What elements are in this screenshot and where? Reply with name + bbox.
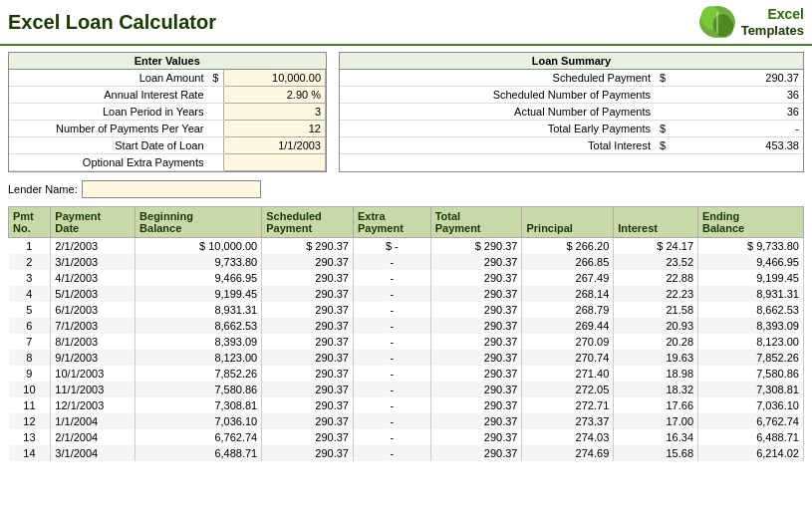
summary-row-scheduled-payment: Scheduled Payment $ 290.37: [340, 70, 803, 87]
logo-excel: Excel: [741, 6, 804, 23]
logo-templates: Templates: [741, 23, 804, 39]
sched-num-label: Scheduled Number of Payments: [340, 87, 655, 104]
loan-period-value[interactable]: 3: [224, 104, 326, 121]
extra-payments-dollar: [208, 154, 224, 171]
input-row-extra-payments: Optional Extra Payments: [9, 154, 326, 171]
start-date-dollar: [208, 137, 224, 154]
early-payments-dollar: $: [655, 121, 671, 137]
summary-section-header: Loan Summary: [340, 53, 803, 70]
col-header-extra-payment: ExtraPayment: [354, 207, 431, 238]
num-payments-value[interactable]: 12: [224, 121, 326, 137]
table-row: 1112/1/20037,308.81290.37-290.37272.7117…: [9, 397, 804, 413]
input-row-num-payments: Number of Payments Per Year 12: [9, 121, 326, 137]
actual-num-label: Actual Number of Payments: [340, 104, 655, 121]
lender-input[interactable]: [82, 180, 261, 198]
table-row: 56/1/20038,931.31290.37-290.37268.7921.5…: [9, 302, 804, 318]
total-interest-label: Total Interest: [340, 137, 655, 154]
start-date-label: Start Date of Loan: [9, 137, 208, 154]
payment-table: PmtNo. PaymentDate BeginningBalance Sche…: [8, 206, 804, 461]
table-row: 23/1/20039,733.80290.37-290.37266.8523.5…: [9, 254, 804, 270]
interest-rate-dollar: [208, 87, 224, 104]
sched-payment-dollar: $: [655, 70, 671, 87]
table-row: 78/1/20038,393.09290.37-290.37270.0920.2…: [9, 334, 804, 350]
main-content: Enter Values Loan Amount $ 10,000.00 Ann…: [0, 46, 812, 467]
input-row-start-date: Start Date of Loan 1/1/2003: [9, 137, 326, 154]
num-payments-label: Number of Payments Per Year: [9, 121, 208, 137]
extra-payments-value[interactable]: [224, 154, 326, 171]
logo-leaf-icon: [697, 4, 737, 40]
input-section-header: Enter Values: [9, 53, 326, 70]
loan-period-label: Loan Period in Years: [9, 104, 208, 121]
table-row: 121/1/20047,036.10290.37-290.37273.3717.…: [9, 413, 804, 429]
col-header-pmt-no: PmtNo.: [9, 207, 51, 238]
col-header-total-payment: TotalPayment: [430, 207, 522, 238]
num-payments-dollar: [208, 121, 224, 137]
table-row: 143/1/20046,488.71290.37-290.37274.6915.…: [9, 445, 804, 461]
payment-table-wrapper: PmtNo. PaymentDate BeginningBalance Sche…: [8, 206, 804, 461]
loan-amount-dollar: $: [208, 70, 224, 87]
table-row: 67/1/20038,662.53290.37-290.37269.4420.9…: [9, 318, 804, 334]
table-row: 34/1/20039,466.95290.37-290.37267.4922.8…: [9, 270, 804, 286]
sched-num-value: 36: [671, 87, 803, 104]
extra-payments-label: Optional Extra Payments: [9, 154, 208, 171]
app-title: Excel Loan Calculator: [8, 11, 216, 34]
input-row-loan-amount: Loan Amount $ 10,000.00: [9, 70, 326, 87]
early-payments-label: Total Early Payments: [340, 121, 655, 137]
logo-text: Excel Templates: [741, 6, 804, 38]
sched-payment-label: Scheduled Payment: [340, 70, 655, 87]
summary-row-total-interest: Total Interest $ 453.38: [340, 137, 803, 154]
col-header-payment-date: PaymentDate: [51, 207, 135, 238]
table-header-row: PmtNo. PaymentDate BeginningBalance Sche…: [9, 207, 804, 238]
app-header: Excel Loan Calculator Excel Templates: [0, 0, 812, 46]
summary-row-actual-num-payments: Actual Number of Payments 36: [340, 104, 803, 121]
summary-section: Loan Summary Scheduled Payment $ 290.37 …: [339, 52, 804, 172]
col-header-end-balance: EndingBalance: [698, 207, 804, 238]
table-row: 1011/1/20037,580.86290.37-290.37272.0518…: [9, 382, 804, 397]
logo-area: Excel Templates: [697, 4, 804, 40]
loan-amount-label: Loan Amount: [9, 70, 208, 87]
actual-num-value: 36: [671, 104, 803, 121]
col-header-sched-payment: ScheduledPayment: [262, 207, 354, 238]
total-interest-dollar: $: [655, 137, 671, 154]
col-header-principal: Principal: [522, 207, 614, 238]
summary-row-sched-num-payments: Scheduled Number of Payments 36: [340, 87, 803, 104]
loan-amount-value[interactable]: 10,000.00: [224, 70, 326, 87]
table-row: 12/1/2003$ 10,000.00$ 290.37$ -$ 290.37$…: [9, 238, 804, 255]
col-header-beg-balance: BeginningBalance: [135, 207, 262, 238]
table-row: 89/1/20038,123.00290.37-290.37270.7419.6…: [9, 350, 804, 366]
interest-rate-label: Annual Interest Rate: [9, 87, 208, 104]
input-row-interest-rate: Annual Interest Rate 2.90 %: [9, 87, 326, 104]
lender-row: Lender Name:: [8, 180, 804, 198]
table-row: 132/1/20046,762.74290.37-290.37274.0316.…: [9, 429, 804, 445]
sched-payment-value: 290.37: [671, 70, 803, 87]
summary-row-early-payments: Total Early Payments $ -: [340, 121, 803, 137]
sched-num-dollar: [655, 87, 671, 104]
total-interest-value: 453.38: [671, 137, 803, 154]
start-date-value[interactable]: 1/1/2003: [224, 137, 326, 154]
top-section: Enter Values Loan Amount $ 10,000.00 Ann…: [8, 52, 804, 172]
loan-period-dollar: [208, 104, 224, 121]
col-header-interest: Interest: [614, 207, 698, 238]
table-row: 910/1/20037,852.26290.37-290.37271.4018.…: [9, 366, 804, 382]
table-row: 45/1/20039,199.45290.37-290.37268.1422.2…: [9, 286, 804, 302]
interest-rate-value[interactable]: 2.90 %: [224, 87, 326, 104]
lender-label: Lender Name:: [8, 183, 78, 195]
input-row-loan-period: Loan Period in Years 3: [9, 104, 326, 121]
input-section: Enter Values Loan Amount $ 10,000.00 Ann…: [8, 52, 327, 172]
actual-num-dollar: [655, 104, 671, 121]
early-payments-value: -: [671, 121, 803, 137]
